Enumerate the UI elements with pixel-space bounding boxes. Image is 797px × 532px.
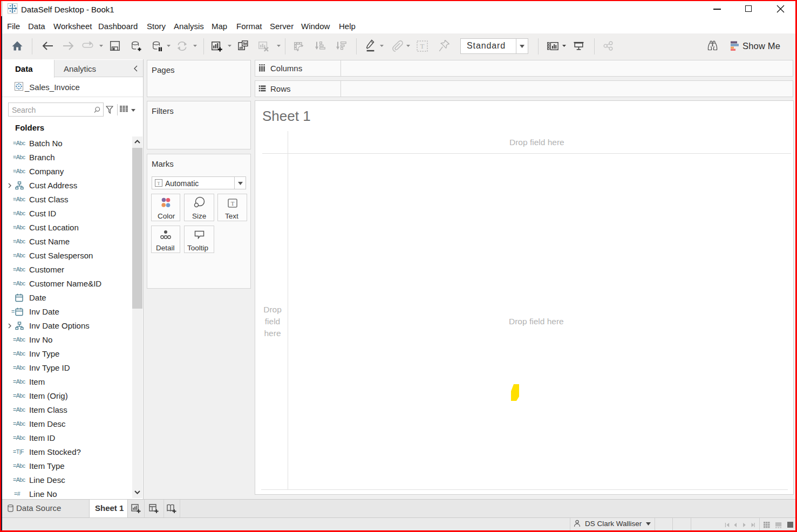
svg-text:T: T	[231, 200, 235, 207]
svg-text:T: T	[420, 42, 425, 50]
svg-text:T: T	[157, 181, 160, 186]
